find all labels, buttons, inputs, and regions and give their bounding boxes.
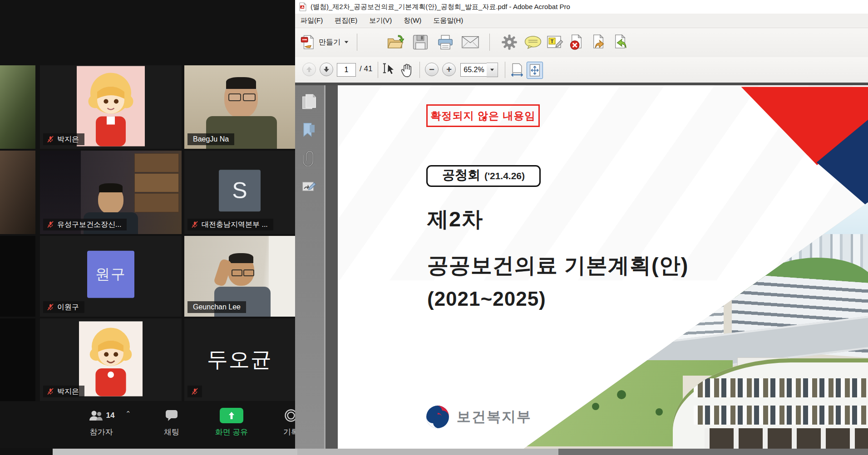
previous-page-button[interactable] <box>302 63 316 76</box>
screen: 박지은 BaegJu Na <box>0 0 868 455</box>
zoom-level-dropdown[interactable] <box>487 63 498 77</box>
participant-tile[interactable]: Geunchan Lee <box>184 236 295 317</box>
participant-name-pill: 박지은 <box>43 133 84 145</box>
zoom-percent-text: 65.2% <box>464 66 484 74</box>
email-button[interactable] <box>461 35 479 49</box>
create-pdf-button[interactable]: 만들기 <box>301 34 349 50</box>
acrobat-titlebar[interactable]: (별첨)_제2차_공공보건의료_기본계획(안)_공청회_발표_자료.pdf - … <box>295 0 868 14</box>
mic-muted-icon <box>47 388 54 395</box>
page-total-label: / 41 <box>360 64 372 73</box>
ministry-emblem-icon <box>425 405 450 429</box>
participant-tile-edge[interactable] <box>0 65 35 149</box>
video-preview <box>0 151 35 234</box>
acrobat-main-toolbar: 만들기 <box>295 28 868 58</box>
pdf-file-icon <box>299 2 307 11</box>
zoom-window: 박지은 BaegJu Na <box>0 0 295 455</box>
record-label: 기록 <box>283 427 295 437</box>
extract-pages-button[interactable] <box>590 34 607 50</box>
participant-mute-indicator <box>187 386 202 397</box>
participant-name: 대전충남지역본부 ... <box>202 221 268 228</box>
attachments-button[interactable] <box>301 150 317 168</box>
participant-tile-edge[interactable] <box>0 151 35 234</box>
participant-avatar <box>79 320 143 399</box>
svg-text:T: T <box>551 39 554 44</box>
save-icon <box>412 34 429 50</box>
participant-name-pill: 대전충남지역본부 ... <box>187 219 273 230</box>
pdf-page[interactable]: 확정되지 않은 내용임 공청회 ('21.4.26) 제2차 공공보건의료 기본… <box>338 85 868 449</box>
chat-label: 채팅 <box>164 427 179 437</box>
participant-letter-avatar: S <box>219 170 261 211</box>
mic-muted-icon <box>191 388 198 395</box>
settings-button[interactable] <box>501 34 518 50</box>
chevron-up-icon[interactable]: ⌃ <box>125 410 131 418</box>
share-screen-icon <box>220 408 243 423</box>
comment-bubble-icon <box>524 35 542 49</box>
participant-name-pill: 이원구 <box>43 301 84 313</box>
menu-help[interactable]: 도움말(H) <box>433 16 463 25</box>
participant-tile[interactable]: 박지은 <box>40 65 182 149</box>
video-preview <box>0 65 35 149</box>
participant-avatar <box>77 66 145 148</box>
create-dropdown-caret-icon <box>345 41 349 43</box>
mic-muted-icon <box>47 136 54 143</box>
arrow-down-icon <box>323 66 330 73</box>
mic-muted-icon <box>47 303 54 311</box>
menu-view[interactable]: 보기(V) <box>369 16 392 25</box>
record-button[interactable]: 기록 <box>275 408 295 437</box>
pages-icon <box>301 93 317 110</box>
participant-tile[interactable]: 두오균 <box>184 318 295 401</box>
hearing-badge-date: ('21.4.26) <box>484 171 525 181</box>
participant-tile-edge[interactable] <box>0 318 35 401</box>
print-button[interactable] <box>437 34 454 50</box>
share-screen-button[interactable]: 화면 공유 <box>204 408 259 437</box>
next-page-button[interactable] <box>320 63 333 76</box>
participant-name-pill: BaegJu Na <box>187 133 234 145</box>
participant-tile[interactable]: S 대전충남지역본부 ... <box>184 151 295 234</box>
zoom-meeting-toolbar: 14 참가자 ⌃ 채팅 <box>0 401 295 448</box>
mic-muted-icon <box>191 221 198 228</box>
hand-tool-button[interactable] <box>399 62 414 78</box>
create-pdf-icon <box>301 34 315 50</box>
menu-file[interactable]: 파일(F) <box>301 16 323 25</box>
signature-icon <box>301 179 317 194</box>
email-icon <box>461 35 479 49</box>
arrow-up-icon <box>306 66 312 73</box>
open-file-button[interactable] <box>387 34 404 50</box>
save-button[interactable] <box>412 34 429 50</box>
hearing-badge: 공청회 ('21.4.26) <box>426 165 541 187</box>
participants-count: 14 <box>106 411 115 420</box>
acrobat-menubar: 파일(F) 편집(E) 보기(V) 창(W) 도움말(H) <box>295 14 868 28</box>
comment-button[interactable] <box>524 35 542 49</box>
insert-pages-button[interactable] <box>612 34 628 50</box>
edit-text-icon: T <box>547 34 564 50</box>
fit-page-button[interactable] <box>527 62 543 79</box>
participants-label: 참가자 <box>90 427 113 437</box>
page-number-input[interactable] <box>337 63 356 77</box>
zoom-level-value[interactable]: 65.2% <box>460 63 488 77</box>
menu-edit[interactable]: 편집(E) <box>335 16 357 25</box>
participant-tile[interactable]: 박지은 <box>40 318 182 401</box>
select-tool-button[interactable] <box>382 63 397 77</box>
participants-button[interactable]: 14 참가자 ⌃ <box>72 408 131 437</box>
page-thumbnails-button[interactable] <box>301 93 317 112</box>
participant-tile-edge[interactable] <box>0 236 35 317</box>
delete-pages-button[interactable] <box>568 34 585 50</box>
fit-page-icon <box>528 64 541 77</box>
bookmarks-button[interactable] <box>301 122 317 140</box>
participant-tile-active-speaker[interactable]: BaegJu Na <box>184 65 295 149</box>
chat-button[interactable]: 채팅 <box>156 408 187 437</box>
signatures-button[interactable] <box>301 179 317 196</box>
zoom-in-button[interactable]: + <box>442 63 456 76</box>
fit-width-icon <box>510 63 524 77</box>
insert-page-icon <box>612 34 628 50</box>
participant-tile[interactable]: 원구 이원구 <box>40 236 182 317</box>
acrobat-navigation-toolbar: / 41 − + 65.2% <box>295 57 868 83</box>
menu-window[interactable]: 창(W) <box>404 16 421 25</box>
scrolling-mode-button[interactable] <box>510 63 524 77</box>
participant-tile[interactable]: 유성구보건소장신... <box>40 151 182 234</box>
edit-text-button[interactable]: T <box>547 34 564 50</box>
zoom-out-button[interactable]: − <box>425 63 439 76</box>
notice-text: 확정되지 않은 내용임 <box>431 109 536 123</box>
acrobat-window: (별첨)_제2차_공공보건의료_기본계획(안)_공청회_발표_자료.pdf - … <box>295 0 868 455</box>
share-screen-label: 화면 공유 <box>215 427 248 437</box>
